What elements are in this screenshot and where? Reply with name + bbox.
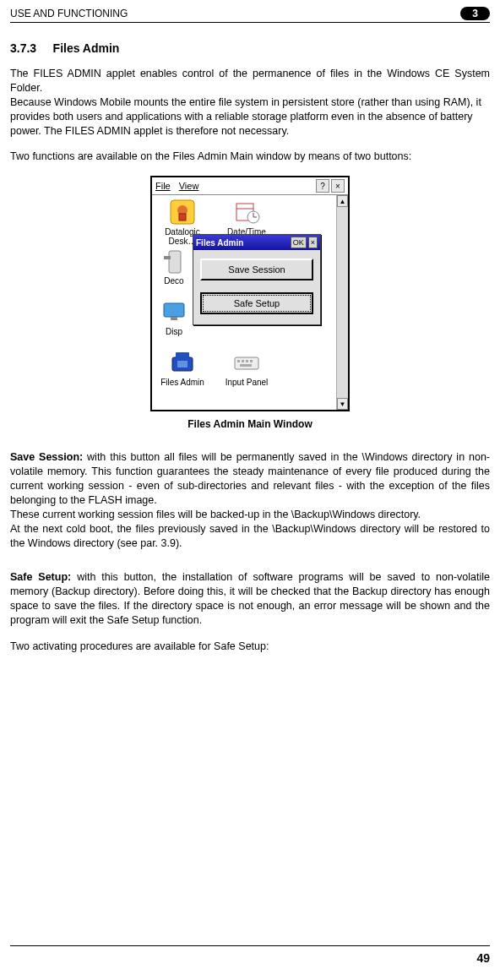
save-session-label: Save Session: [10, 451, 83, 463]
icon-label: Disp [157, 327, 191, 336]
safe-setup-body: with this button, the installation of so… [10, 571, 490, 626]
paragraph-1: The FILES ADMIN applet enables control o… [10, 67, 490, 95]
menu-file[interactable]: File [155, 181, 171, 191]
save-session-paragraph-3: At the next cold boot, the files previou… [10, 522, 490, 551]
dialog-titlebar: Files Admin OK × [193, 235, 320, 250]
section-number: 3.7.3 [10, 41, 36, 55]
menu-view[interactable]: View [179, 181, 199, 191]
safe-setup-label: Safe Setup: [10, 571, 71, 583]
save-session-body: with this button all files will be perma… [10, 451, 490, 506]
icon-input-panel[interactable]: Input Panel [221, 349, 272, 387]
svg-rect-15 [235, 357, 258, 369]
files-admin-dialog: Files Admin OK × Save Session Safe Setup [193, 234, 321, 325]
icon-datetime[interactable]: Date/Time [221, 199, 272, 237]
menu-bar: File View ? × [152, 177, 348, 195]
dialog-body: Save Session Safe Setup [193, 250, 320, 324]
help-button[interactable]: ? [316, 179, 329, 193]
wrench-icon [160, 248, 188, 275]
files-admin-icon [169, 349, 196, 376]
footer-rule [10, 945, 490, 946]
page-number: 49 [476, 951, 490, 965]
safe-setup-paragraph-1: Safe Setup: with this button, the instal… [10, 570, 490, 628]
svg-rect-10 [164, 303, 184, 317]
svg-rect-8 [169, 251, 181, 273]
scrollbar[interactable]: ▲ ▼ [336, 195, 348, 410]
svg-rect-16 [237, 360, 240, 362]
safe-setup-paragraph-2: Two activating procedures are available … [10, 640, 490, 654]
save-session-paragraph-2: These current working session files will… [10, 508, 490, 522]
keyboard-icon [233, 349, 260, 376]
icon-label: Files Admin [157, 378, 208, 387]
svg-rect-18 [246, 360, 248, 362]
icon-label: Input Panel [221, 378, 272, 387]
page-header: USE AND FUNCTIONING 3 [10, 7, 490, 23]
svg-rect-9 [164, 256, 171, 259]
icon-decoding[interactable]: Deco [157, 248, 191, 286]
display-icon [160, 298, 188, 325]
save-session-button[interactable]: Save Session [200, 259, 313, 280]
svg-rect-2 [179, 214, 186, 220]
safe-setup-button[interactable]: Safe Setup [200, 292, 313, 314]
figure-caption: Files Admin Main Window [10, 418, 490, 430]
paragraph-2: Because Windows Mobile mounts the entire… [10, 95, 490, 139]
dialog-ok-button[interactable]: OK [291, 237, 307, 248]
scroll-down-button[interactable]: ▼ [337, 398, 348, 410]
icon-display[interactable]: Disp [157, 298, 191, 336]
save-session-paragraph-1: Save Session: with this button all files… [10, 450, 490, 508]
icon-label: Deco [157, 276, 191, 286]
dialog-close-button[interactable]: × [308, 237, 318, 248]
close-button[interactable]: × [331, 179, 345, 193]
chapter-badge: 3 [460, 7, 490, 20]
running-title: USE AND FUNCTIONING [10, 8, 128, 19]
gear-lock-icon [169, 199, 196, 226]
paragraph-3: Two functions are available on the Files… [10, 150, 490, 164]
svg-rect-17 [242, 360, 244, 362]
svg-rect-14 [177, 361, 188, 368]
section-heading: 3.7.3 Files Admin [10, 41, 490, 55]
section-title: Files Admin [53, 41, 120, 55]
svg-rect-13 [176, 352, 189, 359]
screenshot-window: File View ? × Datalogic Desk… Date/Time [150, 176, 350, 411]
dialog-title-text: Files Admin [196, 238, 289, 248]
calendar-clock-icon [233, 199, 260, 226]
svg-rect-19 [250, 360, 253, 362]
scroll-up-button[interactable]: ▲ [337, 195, 348, 207]
svg-rect-20 [240, 364, 252, 367]
svg-rect-11 [171, 317, 177, 320]
control-panel-grid: Datalogic Desk… Date/Time Deco Disp [152, 195, 348, 410]
icon-files-admin[interactable]: Files Admin [157, 349, 208, 387]
